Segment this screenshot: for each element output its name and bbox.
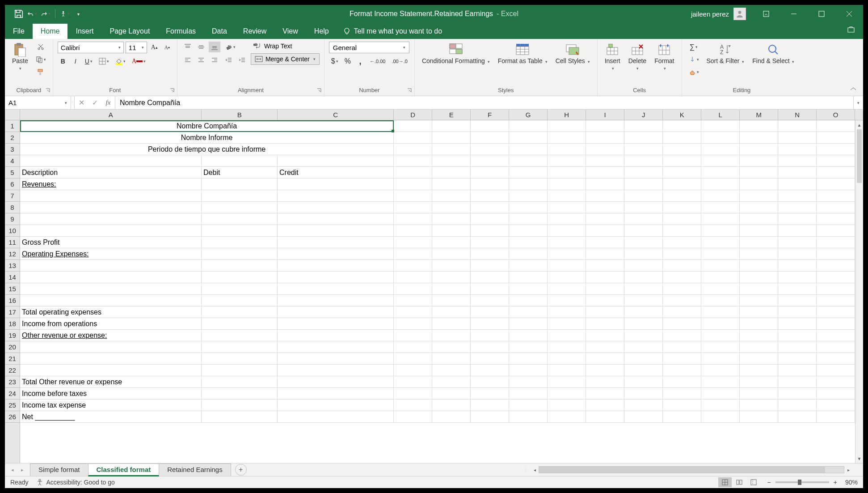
cell[interactable] [624, 144, 663, 155]
cell[interactable]: Net __________ [20, 411, 202, 422]
increase-font-button[interactable]: A▴ [149, 42, 160, 53]
cell[interactable] [701, 155, 740, 166]
row-header-7[interactable]: 7 [5, 190, 20, 202]
cell[interactable] [509, 341, 548, 353]
cell[interactable] [817, 376, 855, 387]
cell[interactable] [817, 388, 855, 399]
cell[interactable] [548, 248, 586, 259]
cell[interactable] [509, 202, 548, 213]
cell[interactable] [394, 144, 432, 155]
tab-home[interactable]: Home [33, 24, 68, 39]
find-select-button[interactable]: Find & Select ▾ [750, 42, 797, 65]
cell[interactable] [740, 388, 778, 399]
cell[interactable] [778, 330, 817, 341]
align-middle-button[interactable] [195, 42, 207, 52]
cell[interactable] [701, 202, 740, 213]
cell[interactable] [817, 330, 855, 341]
sheet-nav-next[interactable]: ▸ [18, 466, 26, 474]
cell[interactable] [740, 178, 778, 190]
cell[interactable] [394, 283, 432, 294]
cell[interactable] [20, 155, 202, 166]
cell[interactable] [701, 341, 740, 353]
cell[interactable] [817, 295, 855, 306]
cell[interactable] [471, 365, 509, 376]
cell[interactable] [663, 248, 701, 259]
tell-me-search[interactable]: Tell me what you want to do [337, 24, 448, 39]
cell[interactable] [432, 178, 471, 190]
cell[interactable] [740, 120, 778, 132]
cancel-formula-button[interactable]: ✕ [75, 98, 88, 107]
cell[interactable] [778, 155, 817, 166]
cell[interactable] [817, 132, 855, 143]
cell[interactable] [740, 144, 778, 155]
cell[interactable] [432, 248, 471, 259]
percent-format-button[interactable]: % [342, 56, 353, 67]
cell[interactable] [663, 318, 701, 329]
cell[interactable] [663, 306, 701, 318]
bold-button[interactable]: B [58, 56, 68, 67]
cell[interactable] [817, 365, 855, 376]
normal-view-button[interactable] [718, 477, 732, 487]
row-header-17[interactable]: 17 [5, 306, 20, 318]
cell[interactable] [663, 341, 701, 353]
cell[interactable] [778, 353, 817, 364]
cell[interactable] [394, 330, 432, 341]
cell[interactable] [624, 306, 663, 318]
cell[interactable] [740, 411, 778, 422]
cell[interactable] [701, 178, 740, 190]
delete-cells-button[interactable]: Delete▾ [626, 42, 649, 72]
accounting-format-button[interactable]: $▾ [329, 56, 341, 67]
cell[interactable] [432, 411, 471, 422]
cell[interactable] [778, 376, 817, 387]
cell[interactable] [817, 272, 855, 283]
cell[interactable] [586, 353, 624, 364]
cell[interactable] [701, 248, 740, 259]
cell[interactable] [432, 213, 471, 225]
cell[interactable] [701, 318, 740, 329]
cell[interactable] [202, 202, 278, 213]
cell[interactable]: Revenues: [20, 178, 202, 190]
cell[interactable] [548, 167, 586, 178]
cell[interactable] [471, 132, 509, 143]
cell[interactable] [20, 202, 202, 213]
cell[interactable] [202, 330, 278, 341]
share-button[interactable] [839, 22, 863, 39]
cell[interactable] [202, 225, 278, 236]
cell[interactable] [471, 167, 509, 178]
cell[interactable] [509, 400, 548, 411]
cell[interactable] [471, 295, 509, 306]
cell[interactable] [663, 295, 701, 306]
cell[interactable] [548, 237, 586, 248]
cell[interactable] [817, 213, 855, 225]
cell[interactable] [624, 202, 663, 213]
cell[interactable] [432, 365, 471, 376]
cell[interactable] [548, 295, 586, 306]
orientation-button[interactable]: ab▾ [223, 42, 238, 52]
cell[interactable] [624, 237, 663, 248]
cell[interactable] [471, 260, 509, 271]
cell[interactable] [778, 144, 817, 155]
cell[interactable] [432, 120, 471, 132]
align-center-button[interactable] [195, 55, 207, 66]
alignment-launcher[interactable] [316, 88, 322, 94]
tab-review[interactable]: Review [235, 24, 274, 39]
cell[interactable] [624, 376, 663, 387]
row-header-26[interactable]: 26 [5, 411, 20, 423]
row-header-25[interactable]: 25 [5, 400, 20, 411]
cell[interactable] [278, 330, 394, 341]
cell[interactable] [701, 225, 740, 236]
cell[interactable] [778, 132, 817, 143]
cell[interactable] [778, 341, 817, 353]
cell[interactable] [202, 272, 278, 283]
cell[interactable] [432, 190, 471, 201]
cell[interactable] [740, 248, 778, 259]
cell[interactable] [509, 411, 548, 422]
cell[interactable] [778, 400, 817, 411]
cell[interactable] [701, 388, 740, 399]
redo-icon[interactable]: ▾ [41, 9, 51, 19]
decrease-indent-button[interactable] [223, 55, 235, 66]
cell[interactable] [778, 202, 817, 213]
increase-indent-button[interactable] [236, 55, 248, 66]
row-header-19[interactable]: 19 [5, 330, 20, 341]
row-header-23[interactable]: 23 [5, 376, 20, 388]
